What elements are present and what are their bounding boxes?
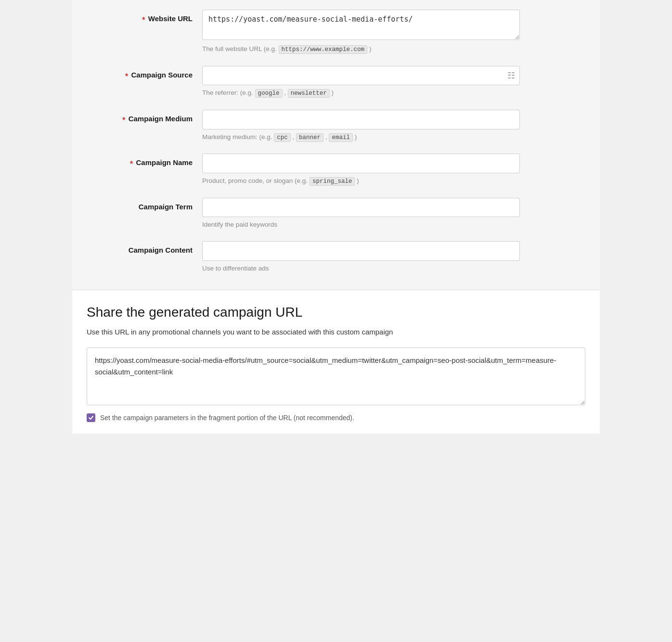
campaign-name-label-col: * Campaign Name: [87, 154, 202, 170]
campaign-source-required-star: *: [125, 71, 128, 83]
name-example-spring-sale: spring_sale: [310, 177, 355, 186]
campaign-term-label-col: Campaign Term: [87, 198, 202, 211]
campaign-term-input[interactable]: measure-social: [202, 198, 520, 218]
medium-example-cpc: cpc: [274, 133, 291, 142]
website-url-required-star: *: [142, 14, 145, 26]
share-title: Share the generated campaign URL: [87, 305, 585, 320]
share-section: Share the generated campaign URL Use thi…: [72, 290, 600, 434]
campaign-term-input-col: measure-social Identify the paid keyword…: [202, 198, 520, 230]
campaign-medium-input-col: twitter Marketing medium: (e.g. cpc , ba…: [202, 110, 520, 142]
campaign-name-input[interactable]: seo-post-social: [202, 154, 520, 173]
fragment-checkbox-row: Set the campaign parameters in the fragm…: [87, 413, 585, 422]
campaign-medium-label: Campaign Medium: [129, 115, 193, 123]
generated-url-textarea[interactable]: https://yoast.com/measure-social-media-e…: [87, 347, 585, 405]
campaign-source-input-wrapper: social ☷: [202, 66, 520, 86]
campaign-form: * Website URL https://yoast.com/measure-…: [72, 0, 600, 290]
campaign-name-input-col: seo-post-social Product, promo code, or …: [202, 154, 520, 186]
campaign-content-help: Use to differentiate ads: [202, 264, 520, 273]
website-url-row: * Website URL https://yoast.com/measure-…: [87, 10, 585, 54]
website-url-label: Website URL: [148, 14, 193, 23]
campaign-medium-label-col: * Campaign Medium: [87, 110, 202, 127]
campaign-medium-input[interactable]: twitter: [202, 110, 520, 129]
campaign-source-row: * Campaign Source social ☷ The referrer:…: [87, 66, 585, 98]
medium-example-email: email: [329, 133, 353, 142]
website-url-help: The full website URL (e.g. https://www.e…: [202, 44, 520, 54]
campaign-content-label-col: Campaign Content: [87, 241, 202, 254]
campaign-content-label: Campaign Content: [129, 246, 193, 254]
campaign-content-input-col: link Use to differentiate ads: [202, 241, 520, 273]
campaign-name-help: Product, promo code, or slogan (e.g. spr…: [202, 176, 520, 186]
checkmark-icon: [88, 415, 94, 421]
campaign-medium-help: Marketing medium: (e.g. cpc , banner , e…: [202, 132, 520, 142]
campaign-term-label: Campaign Term: [139, 203, 193, 211]
source-example-newsletter: newsletter: [288, 89, 330, 98]
campaign-source-label-col: * Campaign Source: [87, 66, 202, 83]
website-url-input[interactable]: https://yoast.com/measure-social-media-e…: [202, 10, 520, 40]
campaign-name-label: Campaign Name: [136, 158, 193, 167]
source-example-google: google: [255, 89, 283, 98]
campaign-source-label: Campaign Source: [131, 71, 193, 79]
campaign-name-row: * Campaign Name seo-post-social Product,…: [87, 154, 585, 186]
campaign-source-input[interactable]: social: [202, 66, 520, 86]
website-url-example-code: https://www.example.com: [279, 45, 368, 54]
campaign-source-help: The referrer: (e.g. google , newsletter …: [202, 88, 520, 98]
campaign-source-input-col: social ☷ The referrer: (e.g. google , ne…: [202, 66, 520, 98]
campaign-medium-row: * Campaign Medium twitter Marketing medi…: [87, 110, 585, 142]
fragment-checkbox-label: Set the campaign parameters in the fragm…: [100, 414, 354, 422]
share-description: Use this URL in any promotional channels…: [87, 327, 585, 338]
website-url-label-col: * Website URL: [87, 10, 202, 26]
website-url-input-col: https://yoast.com/measure-social-media-e…: [202, 10, 520, 54]
campaign-term-help: Identify the paid keywords: [202, 220, 520, 230]
medium-example-banner: banner: [296, 133, 323, 142]
campaign-term-row: Campaign Term measure-social Identify th…: [87, 198, 585, 230]
campaign-content-row: Campaign Content link Use to differentia…: [87, 241, 585, 273]
campaign-content-input[interactable]: link: [202, 241, 520, 261]
campaign-medium-required-star: *: [122, 115, 126, 127]
campaign-name-required-star: *: [129, 158, 133, 170]
fragment-checkbox[interactable]: [87, 413, 95, 422]
